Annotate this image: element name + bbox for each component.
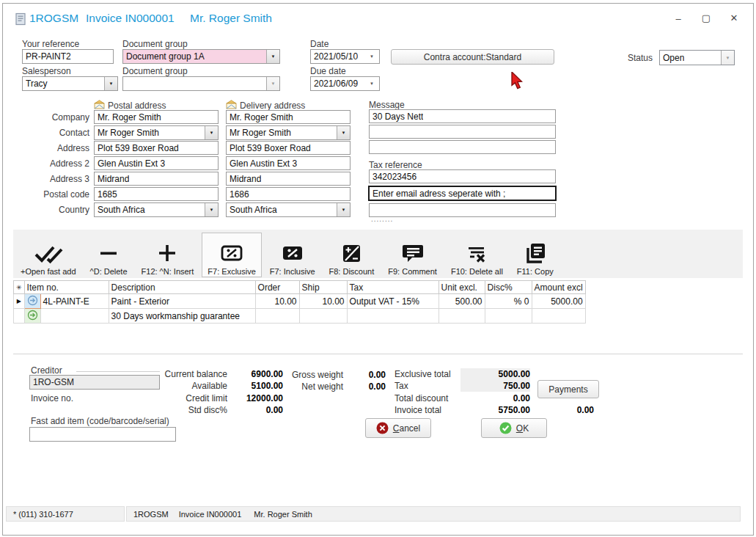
date-picker[interactable]: 2021/05/10 ▼ [310,49,380,64]
col-description[interactable]: Description [109,281,255,294]
comment-button[interactable]: F9: Comment [382,233,443,277]
fast-add-label: Fast add item (code/barcode/serial) [31,416,169,426]
your-reference-input[interactable]: PR-PAINT2 [22,49,114,64]
col-ship[interactable]: Ship [299,281,347,294]
discount-button[interactable]: F8: Discount [323,233,381,277]
chevron-down-icon[interactable]: ▼ [364,50,379,63]
message-line1-input[interactable]: 30 Days Nett [369,109,556,123]
open-fast-add-button[interactable]: +Open fast add [15,233,82,277]
tax-reference-input[interactable]: 342023456 [369,169,556,183]
invoice-total-label: Invoice total [394,405,441,415]
payments-button[interactable]: Payments [537,380,599,398]
col-unit-excl[interactable]: Unit excl. [438,281,485,294]
postal-company-input[interactable]: Mr. Roger Smith [94,110,219,124]
maximize-icon[interactable]: ▢ [699,12,713,23]
col-disc[interactable]: Disc% [485,281,532,294]
postal-address3-input[interactable]: Midrand [94,172,219,186]
col-amount-excl[interactable]: Amount excl [532,281,585,294]
line-link-arrow-icon [27,295,38,306]
amount-excl-cell[interactable]: 5000.00 [532,294,585,309]
country-label: Country [15,205,89,215]
col-item-no[interactable]: Item no. [24,281,109,294]
disc-cell[interactable] [485,309,532,324]
gross-weight-label: Gross weight [292,370,343,380]
statusbar-doc: Invoice IN000001 [179,510,242,519]
item-no-cell[interactable]: 4L-PAINT-E [40,294,109,309]
title-document: Invoice IN000001 [86,12,175,25]
delivery-address2-input[interactable]: Glen Austin Ext 3 [226,156,351,170]
copy-lines-button[interactable]: F11: Copy [511,233,559,277]
invoice-doc-icon [15,12,26,26]
cancel-button[interactable]: Cancel [365,418,431,438]
fast-add-input[interactable] [29,427,176,442]
statusbar-customer: Mr. Roger Smith [254,510,312,519]
chevron-down-icon[interactable]: ▼ [337,126,350,139]
chevron-down-icon[interactable]: ▼ [104,77,117,90]
status-select[interactable]: Open ▼ [659,50,735,65]
ship-cell[interactable]: 10.00 [299,294,347,309]
postal-country-select[interactable]: South Africa▼ [94,202,219,217]
item-no-cell[interactable] [40,309,109,324]
document-group2-select[interactable]: ▼ [122,76,280,91]
chevron-down-icon[interactable]: ▼ [205,203,218,216]
col-order[interactable]: Order [255,281,299,294]
ok-button[interactable]: OK [481,418,547,438]
delivery-address1-input[interactable]: Plot 539 Boxer Road [226,141,351,155]
postal-code-input[interactable]: 1685 [94,187,219,201]
line-toolbar: +Open fast add ^D: Delete F12: ^N: Inser… [13,230,743,278]
email-input[interactable]: Enter email adress seperate with ; [368,186,557,201]
document-group1-select[interactable]: Document group 1A ▼ [122,49,280,64]
order-cell[interactable] [255,309,299,324]
message-line3-input[interactable] [369,140,556,154]
delivery-country-select[interactable]: South Africa▼ [226,202,351,217]
email-line2-input[interactable] [369,203,556,217]
disc-cell[interactable]: % 0 [485,294,532,309]
credit-limit-label: Credit limit [147,393,227,403]
minimize-icon[interactable]: – [671,13,686,24]
tax-total-value: 750.00 [460,380,530,392]
postal-address1-input[interactable]: Plot 539 Boxer Road [94,141,219,155]
ticket-percent-filled-icon [280,241,305,265]
order-cell[interactable]: 10.00 [255,294,299,309]
ticket-percent-outline-icon [219,241,244,265]
tax-cell[interactable]: Output VAT - 15% [347,294,438,309]
postal-contact-select[interactable]: Mr Roger Smith▼ [94,125,219,140]
tax-cell[interactable] [347,309,438,324]
due-date-picker[interactable]: 2021/06/09 ▼ [310,76,380,91]
chevron-down-icon[interactable]: ▼ [266,50,279,63]
inclusive-toggle-button[interactable]: F7: Inclusive [264,233,321,277]
delivery-contact-select[interactable]: Mr Roger Smith▼ [226,125,351,140]
exclusive-toggle-button[interactable]: F7: Exclusive [202,233,261,277]
table-row[interactable]: ▶ 4L-PAINT-E Paint - Exterior 10.00 10.0… [14,294,586,309]
close-icon[interactable]: ✕ [727,12,741,23]
col-tax[interactable]: Tax [347,281,438,294]
delivery-address3-input[interactable]: Midrand [226,172,351,186]
description-cell[interactable]: 30 Days workmanship guarantee [109,309,255,324]
description-cell[interactable]: Paint - Exterior [109,294,255,309]
insert-line-button[interactable]: F12: ^N: Insert [136,233,200,277]
unit-excl-cell[interactable]: 500.00 [438,294,485,309]
contra-account-button[interactable]: Contra account:Standard [391,49,554,65]
current-balance-value: 6900.00 [229,369,283,379]
delete-all-button[interactable]: F10: Delete all [445,233,509,277]
chevron-down-icon[interactable]: ▼ [337,203,350,216]
delivery-company-input[interactable]: Mr. Roger Smith [226,110,351,124]
salesperson-select[interactable]: Tracy ▼ [22,76,118,91]
table-row[interactable]: 30 Days workmanship guarantee [14,309,586,324]
mouse-cursor-icon [511,72,524,92]
paid-amount-value: 0.00 [559,405,594,415]
postal-address2-input[interactable]: Glen Austin Ext 3 [94,156,219,170]
amount-excl-cell[interactable] [532,309,585,324]
postal-code-label: Postal code [15,189,89,200]
delivery-postal-code-input[interactable]: 1686 [226,187,351,201]
message-label: Message [369,100,405,110]
row-selector-arrow: ▶ [14,294,25,309]
ship-cell[interactable] [299,309,347,324]
chevron-down-icon: ▼ [721,51,734,65]
chevron-down-icon[interactable]: ▼ [364,77,379,90]
chevron-down-icon[interactable]: ▼ [205,126,218,139]
document-group2-label: Document group [122,66,188,76]
delete-line-button[interactable]: ^D: Delete [84,233,133,277]
message-line2-input[interactable] [369,125,556,139]
unit-excl-cell[interactable] [438,309,485,324]
